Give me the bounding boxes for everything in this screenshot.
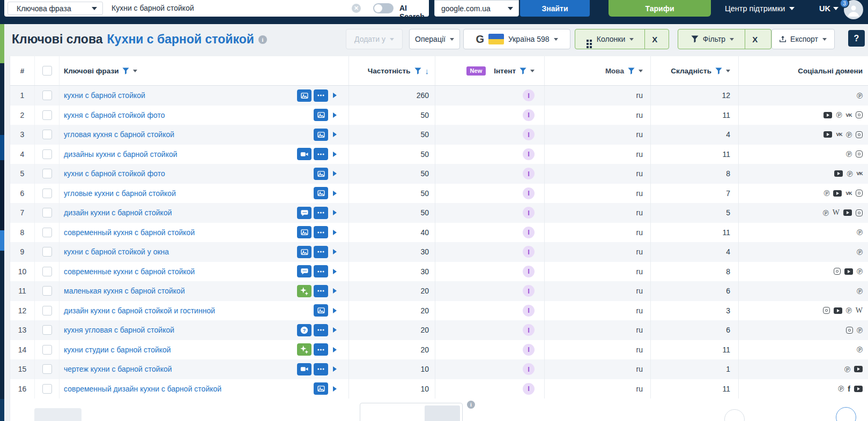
serp-feature-image-icon[interactable] [314, 109, 328, 121]
more-actions-button[interactable] [314, 89, 328, 102]
keyword-link[interactable]: кухни с барной стойкой фото [64, 169, 165, 178]
serp-feature-sparkle-icon[interactable] [297, 285, 311, 297]
keyword-link[interactable]: кухни с барной стойкой у окна [64, 247, 169, 256]
expand-row-icon[interactable] [333, 112, 337, 118]
row-checkbox[interactable] [42, 169, 52, 178]
module-rail[interactable] [0, 24, 4, 421]
row-checkbox[interactable] [42, 149, 52, 159]
page-size-select[interactable] [360, 403, 463, 421]
row-checkbox[interactable] [42, 247, 52, 257]
page-size-button[interactable] [425, 405, 460, 421]
expand-row-icon[interactable] [333, 269, 337, 274]
row-checkbox[interactable] [42, 306, 52, 315]
serp-feature-question-icon[interactable]: ? [297, 324, 311, 336]
more-actions-button[interactable] [314, 285, 328, 297]
ai-search-toggle[interactable] [373, 3, 394, 13]
search-input[interactable]: Кухни с барной стойкой [112, 4, 194, 12]
expand-row-icon[interactable] [333, 210, 337, 215]
row-checkbox[interactable] [42, 267, 52, 276]
keyword-link[interactable]: современный дизайн кухни с барной стойко… [64, 385, 221, 393]
keyword-type-dropdown[interactable]: Ключова фраза [8, 2, 103, 15]
keyword-link[interactable]: кухня с барной стойкой фото [64, 111, 165, 119]
serp-feature-video-icon[interactable] [297, 363, 311, 375]
expand-row-icon[interactable] [333, 288, 337, 294]
search-engine-select[interactable]: google.com.ua [434, 0, 519, 17]
footer-button[interactable] [34, 408, 81, 421]
tariffs-button[interactable]: Тарифи [609, 0, 711, 17]
row-checkbox[interactable] [42, 189, 52, 198]
region-selector[interactable]: G Україна 598 [463, 29, 570, 49]
keyword-link[interactable]: дизайн кухни с барной стойкой [64, 208, 172, 217]
find-button[interactable]: Знайти [520, 0, 590, 17]
keyword-link[interactable]: современный кухня с барной стойкой [64, 228, 195, 237]
clear-search-icon[interactable]: ✕ [352, 4, 361, 13]
serp-feature-image-icon[interactable] [297, 226, 311, 238]
export-button[interactable]: Експорт [771, 29, 835, 49]
expand-row-icon[interactable] [333, 152, 337, 157]
pagination-next-button[interactable] [836, 407, 856, 421]
expand-row-icon[interactable] [333, 308, 337, 313]
serp-feature-image-icon[interactable] [314, 187, 328, 199]
operations-button[interactable]: Операції [409, 29, 460, 49]
row-checkbox[interactable] [42, 208, 52, 217]
expand-row-icon[interactable] [333, 93, 337, 98]
sort-desc-icon[interactable]: ↓ [425, 67, 429, 75]
filter-funnel-icon[interactable] [628, 67, 635, 74]
more-actions-button[interactable] [314, 363, 328, 375]
keyword-link[interactable]: маленькая кухня с барной стойкой [64, 287, 185, 295]
language-switcher[interactable]: UK [819, 4, 839, 13]
keyword-link[interactable]: современные кухни с барной стойкой [64, 267, 195, 276]
expand-row-icon[interactable] [333, 249, 337, 254]
row-checkbox[interactable] [42, 345, 52, 355]
more-actions-button[interactable] [314, 148, 328, 160]
serp-feature-video-icon[interactable] [297, 148, 311, 160]
info-icon[interactable]: i [467, 401, 475, 409]
row-checkbox[interactable] [42, 91, 52, 100]
info-icon[interactable]: i [258, 35, 267, 44]
row-checkbox[interactable] [42, 364, 52, 374]
serp-feature-image-icon[interactable] [314, 304, 328, 317]
row-checkbox[interactable] [42, 110, 52, 120]
serp-feature-chat-icon[interactable] [297, 265, 311, 277]
serp-feature-image-icon[interactable] [314, 129, 328, 141]
pagination-prev-button[interactable] [724, 409, 745, 421]
support-center-menu[interactable]: Центр підтримки [725, 4, 795, 13]
chevron-down-icon[interactable] [133, 70, 137, 72]
filter-button[interactable]: Фільтр [685, 29, 740, 49]
filter-reset-button[interactable]: X [745, 29, 765, 49]
keyword-link[interactable]: кухни студии с барной стойкой [64, 345, 171, 354]
serp-feature-image-icon[interactable] [314, 168, 328, 180]
keyword-link[interactable]: кухня угловая с барной стойкой [64, 326, 174, 334]
serp-feature-image-icon[interactable] [314, 382, 328, 395]
filter-funnel-icon[interactable] [715, 67, 722, 74]
row-checkbox[interactable] [42, 286, 52, 296]
filter-funnel-icon[interactable] [520, 67, 526, 74]
keyword-link[interactable]: кухни с барной стойкой [64, 91, 145, 100]
more-actions-button[interactable] [314, 343, 328, 356]
columns-button[interactable]: Колонки [580, 29, 640, 49]
serp-feature-sparkle-icon[interactable] [297, 343, 311, 356]
chevron-down-icon[interactable] [639, 70, 643, 72]
expand-row-icon[interactable] [333, 191, 337, 196]
expand-row-icon[interactable] [333, 366, 337, 372]
row-checkbox[interactable] [42, 384, 52, 394]
serp-feature-image-icon[interactable] [297, 246, 311, 258]
more-actions-button[interactable] [314, 246, 328, 258]
more-actions-button[interactable] [314, 324, 328, 336]
chevron-down-icon[interactable] [530, 70, 535, 72]
expand-row-icon[interactable] [333, 386, 337, 392]
more-actions-button[interactable] [314, 226, 328, 238]
expand-row-icon[interactable] [333, 132, 337, 137]
filter-funnel-icon[interactable] [122, 67, 129, 74]
keyword-link[interactable]: угловая кухня с барной стойкой [64, 130, 174, 139]
keyword-link[interactable]: дизайн кухни с барной стойкой и гостинно… [64, 306, 215, 315]
more-actions-button[interactable] [314, 207, 328, 219]
select-all-checkbox[interactable] [42, 66, 52, 76]
help-button[interactable]: ? [848, 30, 865, 47]
more-actions-button[interactable] [314, 265, 328, 277]
columns-reset-button[interactable]: X [644, 29, 664, 49]
keyword-link[interactable]: дизайны кухни с барной стойкой [64, 150, 177, 159]
row-checkbox[interactable] [42, 325, 52, 335]
expand-row-icon[interactable] [333, 230, 337, 235]
expand-row-icon[interactable] [333, 347, 337, 352]
